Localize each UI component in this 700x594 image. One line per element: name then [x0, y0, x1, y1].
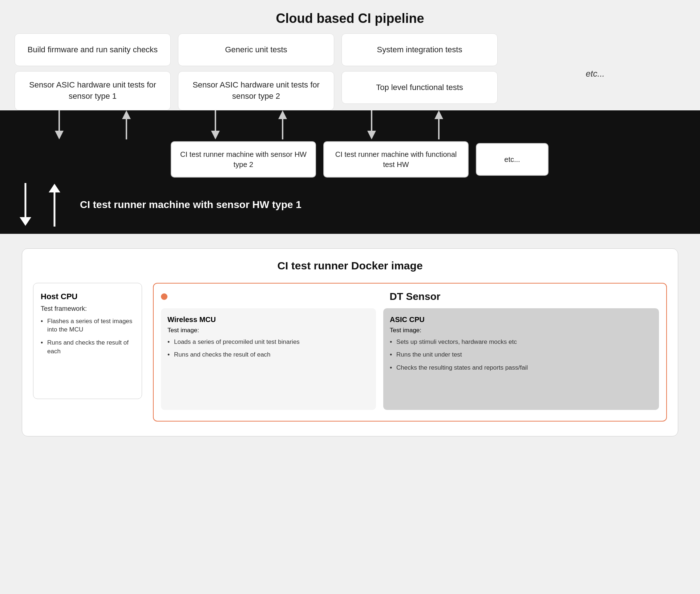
asic-cpu-subtitle: Test image: — [390, 327, 652, 334]
asic-cpu-title: ASIC CPU — [390, 316, 652, 324]
col3-arrows — [327, 110, 483, 139]
card-sensor-asic-1: Sensor ASIC hardware unit tests for sens… — [15, 71, 171, 110]
arrow-up-col3b — [433, 110, 445, 139]
big-left-arrow-up — [44, 183, 65, 227]
arrow-down-col3a — [365, 110, 378, 139]
wireless-mcu-box: Wireless MCU Test image: Loads a series … — [161, 308, 376, 410]
svg-marker-5 — [211, 131, 220, 139]
docker-inner: Host CPU Test framework: Flashes a serie… — [33, 283, 667, 422]
docker-section: CI test runner Docker image Host CPU Tes… — [22, 248, 678, 436]
card-sensor-asic-2: Sensor ASIC hardware unit tests for sens… — [178, 71, 334, 110]
wireless-mcu-bullets: Loads a series of precomiled unit test b… — [167, 338, 369, 359]
etc-label-top: etc... — [505, 33, 685, 110]
host-cpu-bullets: Flashes a series of test images into the… — [41, 317, 134, 356]
main-layout: Cloud based CI pipeline Build firmware a… — [0, 0, 700, 458]
svg-marker-1 — [55, 131, 64, 139]
asic-cpu-bullet-3: Checks the resulting states and reports … — [390, 363, 652, 372]
docker-title: CI test runner Docker image — [33, 260, 667, 272]
big-left-arrow-down — [15, 183, 36, 227]
card-system-integration: System integration tests — [341, 33, 498, 66]
pipeline-card-functional-hw: CI test runner machine with functional t… — [323, 141, 469, 178]
col3-cards: System integration tests Top level funct… — [341, 33, 498, 110]
col2-cards: Generic unit tests Sensor ASIC hardware … — [178, 33, 334, 110]
wireless-mcu-subtitle: Test image: — [167, 327, 369, 334]
host-cpu-bullet-2: Runs and checks the result of each — [41, 338, 134, 356]
host-cpu-title: Host CPU — [41, 292, 134, 301]
card-top-level-functional: Top level functional tests — [341, 71, 498, 104]
pipeline-label-text: CI test runner machine with sensor HW ty… — [73, 199, 302, 211]
bottom-section: CI test runner Docker image Host CPU Tes… — [0, 234, 700, 458]
dt-sensor-inner: Wireless MCU Test image: Loads a series … — [161, 308, 659, 410]
pipeline-section: CI test runner machine with sensor HW ty… — [0, 110, 700, 234]
host-cpu-bullet-1: Flashes a series of test images into the… — [41, 317, 134, 334]
main-title: Cloud based CI pipeline — [0, 0, 700, 33]
pipeline-cards-row: CI test runner machine with sensor HW ty… — [15, 139, 685, 183]
card-generic-unit: Generic unit tests — [178, 33, 334, 66]
dt-sensor-title: DT Sensor — [171, 291, 659, 302]
pipeline-card-sensor-hw2: CI test runner machine with sensor HW ty… — [171, 141, 316, 178]
pipeline-label-row: CI test runner machine with sensor HW ty… — [15, 183, 685, 234]
arrow-down-col2a — [209, 110, 222, 139]
host-cpu-subtitle: Test framework: — [41, 305, 134, 313]
arrow-up-col1b — [120, 110, 133, 139]
col1-arrows — [15, 110, 171, 139]
arrow-down-col1a — [53, 110, 65, 139]
wireless-mcu-bullet-1: Loads a series of precomiled unit test b… — [167, 338, 369, 346]
dt-sensor-box: DT Sensor Wireless MCU Test image: Loads… — [153, 283, 667, 422]
svg-marker-11 — [434, 110, 443, 119]
arrow-up-col2b — [276, 110, 289, 139]
asic-cpu-bullet-2: Runs the unit under test — [390, 350, 652, 359]
dt-sensor-header: DT Sensor — [161, 291, 659, 302]
dt-sensor-dot — [161, 293, 167, 300]
wireless-mcu-bullet-2: Runs and checks the result of each — [167, 350, 369, 359]
svg-marker-7 — [278, 110, 287, 119]
pipeline-card-etc: etc... — [476, 143, 549, 176]
host-cpu-box: Host CPU Test framework: Flashes a serie… — [33, 283, 142, 399]
arrow-row-top — [15, 110, 685, 139]
big-arrow-up-svg — [47, 183, 62, 227]
svg-marker-13 — [20, 217, 31, 226]
col1-cards: Build firmware and run sanity checks Sen… — [15, 33, 171, 110]
asic-cpu-bullets: Sets up stimuli vectors, hardware mocks … — [390, 338, 652, 372]
svg-marker-15 — [49, 184, 60, 192]
wireless-mcu-title: Wireless MCU — [167, 316, 369, 324]
svg-marker-3 — [122, 110, 131, 119]
big-arrow-down-svg — [18, 183, 33, 227]
asic-cpu-bullet-1: Sets up stimuli vectors, hardware mocks … — [390, 338, 652, 346]
svg-marker-9 — [367, 131, 376, 139]
col2-arrows — [171, 110, 327, 139]
card-build-firmware: Build firmware and run sanity checks — [15, 33, 171, 66]
asic-cpu-box: ASIC CPU Test image: Sets up stimuli vec… — [383, 308, 659, 410]
